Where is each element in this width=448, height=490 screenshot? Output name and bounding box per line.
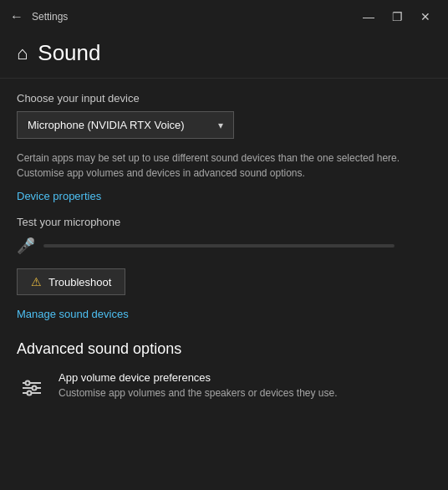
manage-sound-devices-link[interactable]: Manage sound devices bbox=[17, 308, 129, 320]
warning-icon: ⚠ bbox=[31, 275, 42, 288]
microphone-level-track bbox=[43, 244, 395, 248]
info-text: Certain apps may be set up to use differ… bbox=[17, 151, 426, 181]
title-bar-title: Settings bbox=[32, 11, 68, 23]
test-microphone-label: Test your microphone bbox=[17, 216, 431, 228]
minimize-button[interactable]: — bbox=[356, 4, 381, 29]
content-area: Choose your input device Microphone (NVI… bbox=[0, 79, 448, 485]
app-volume-desc: Customise app volumes and the speakers o… bbox=[59, 386, 338, 401]
page-title: Sound bbox=[38, 40, 100, 66]
microphone-row: 🎤 bbox=[17, 237, 431, 255]
app-volume-text: App volume device preferences Customise … bbox=[59, 371, 338, 401]
app-volume-title: App volume device preferences bbox=[59, 371, 338, 384]
maximize-button[interactable]: ❐ bbox=[384, 4, 410, 29]
svg-point-3 bbox=[26, 381, 30, 385]
home-icon: ⌂ bbox=[17, 43, 28, 64]
chevron-down-icon: ▾ bbox=[218, 120, 223, 131]
microphone-icon: 🎤 bbox=[17, 237, 35, 255]
input-device-dropdown[interactable]: Microphone (NVIDIA RTX Voice) ▾ bbox=[17, 111, 234, 139]
svg-point-5 bbox=[28, 391, 32, 396]
device-properties-link[interactable]: Device properties bbox=[17, 190, 101, 202]
title-bar-left: ← Settings bbox=[10, 9, 68, 24]
title-bar-controls: — ❐ ✕ bbox=[356, 4, 438, 29]
app-volume-item[interactable]: App volume device preferences Customise … bbox=[17, 371, 431, 403]
troubleshoot-button[interactable]: ⚠ Troubleshoot bbox=[17, 268, 125, 295]
back-button[interactable]: ← bbox=[10, 9, 23, 24]
svg-point-4 bbox=[33, 386, 37, 390]
page-header: ⌂ Sound bbox=[0, 33, 448, 79]
input-device-label: Choose your input device bbox=[17, 92, 431, 105]
troubleshoot-label: Troubleshoot bbox=[48, 276, 111, 288]
advanced-section-title: Advanced sound options bbox=[17, 340, 431, 358]
app-volume-icon bbox=[17, 373, 47, 403]
dropdown-value: Microphone (NVIDIA RTX Voice) bbox=[28, 119, 185, 131]
title-bar: ← Settings — ❐ ✕ bbox=[0, 0, 448, 33]
close-button[interactable]: ✕ bbox=[413, 4, 438, 29]
